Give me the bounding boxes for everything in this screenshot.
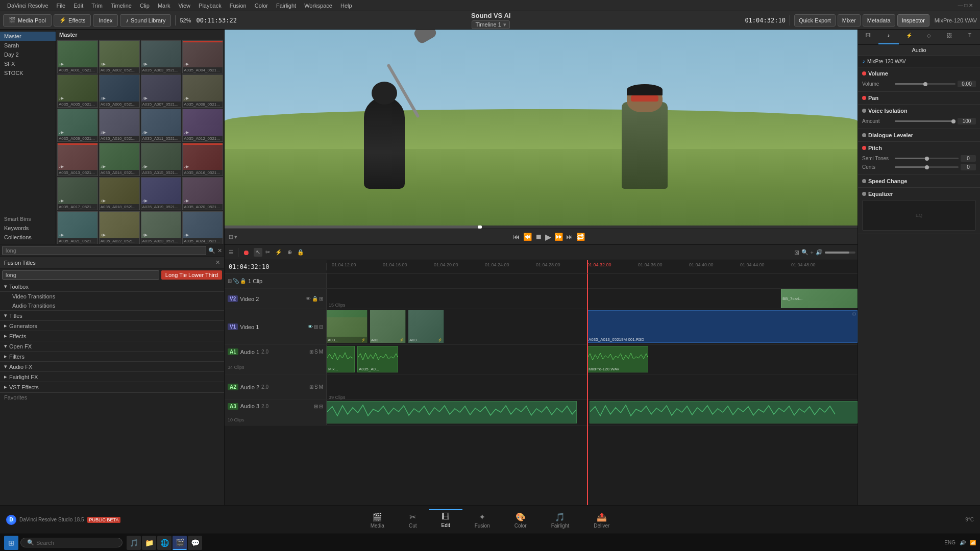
- app-menu-resolve[interactable]: DaVinci Resolve: [3, 3, 53, 9]
- view-icon[interactable]: ⊞: [229, 234, 233, 240]
- skip-end-btn[interactable]: ⏭: [566, 233, 573, 241]
- vstfx-header[interactable]: ▸ VST Effects: [0, 382, 224, 392]
- a2-solo-icon[interactable]: M: [319, 384, 323, 390]
- keywords-bin[interactable]: Keywords: [0, 223, 56, 233]
- v1-lock-icon[interactable]: ⊞: [314, 324, 318, 330]
- a3-content[interactable]: [327, 400, 857, 425]
- app-menu-view[interactable]: View: [174, 3, 194, 9]
- timeline-ruler[interactable]: 01:04:12:00 01:04:16:00 01:04:20:00 01:0…: [327, 260, 857, 273]
- app-menu-mark[interactable]: Mark: [154, 3, 174, 9]
- video-transitions-item[interactable]: Video Transitions: [0, 292, 224, 301]
- effects-header[interactable]: ▸ Effects: [0, 331, 224, 341]
- openfx-header[interactable]: ▾ Open FX: [0, 341, 224, 352]
- taskbar-app-4[interactable]: 🎬: [173, 536, 187, 550]
- audiofx-header[interactable]: ▾ Audio FX: [0, 362, 224, 372]
- play-back-btn[interactable]: ⏪: [523, 233, 532, 241]
- stop-btn[interactable]: ⏹: [535, 233, 542, 241]
- media-clip[interactable]: ♪▶ A035_A016_0521...: [182, 143, 223, 176]
- play-btn[interactable]: ▶: [545, 232, 551, 242]
- app-menu-fusion[interactable]: Fusion: [226, 3, 251, 9]
- app-menu-workspace[interactable]: Workspace: [300, 3, 336, 9]
- audio-tab[interactable]: ♪: [878, 30, 899, 44]
- speed-change-header[interactable]: Speed Change: [862, 178, 976, 184]
- quick-export-btn[interactable]: Quick Export: [794, 14, 836, 27]
- dialogue-leveler-header[interactable]: Dialogue Leveler: [862, 132, 976, 138]
- media-clip[interactable]: ♪▶ A035_A006_0521...: [99, 74, 140, 108]
- app-menu-clip[interactable]: Clip: [136, 3, 154, 9]
- video-tab[interactable]: 🎞: [858, 30, 878, 44]
- master-bin[interactable]: Master: [0, 32, 56, 41]
- v1-content[interactable]: A03... ⚡ A03... ⚡ A03... ⚡: [327, 309, 857, 344]
- a2-content[interactable]: [327, 374, 857, 399]
- media-clip[interactable]: ♪▶ A035_A020_0521...: [182, 177, 223, 210]
- media-clip[interactable]: ♪▶ A035_A011_0521...: [141, 109, 182, 142]
- retime-tool-icon[interactable]: 🔒: [295, 248, 306, 257]
- search-input[interactable]: [2, 246, 206, 255]
- trim-tool-icon[interactable]: ✂: [263, 248, 272, 257]
- collections-bin[interactable]: Collections: [0, 233, 56, 242]
- effects-btn[interactable]: ⚡ Effects: [54, 14, 91, 27]
- mixer-btn[interactable]: Mixer: [838, 14, 861, 27]
- amount-slider[interactable]: [895, 120, 955, 122]
- slip-tool-icon[interactable]: ⊕: [285, 248, 294, 257]
- a3-mute-icon[interactable]: ⊟: [319, 404, 323, 409]
- sarah-bin[interactable]: Sarah: [0, 41, 56, 50]
- v2-content[interactable]: 15 Clips BB_7ca4...: [327, 289, 857, 309]
- sound-library-btn[interactable]: ♪ Sound Library: [120, 14, 171, 27]
- v2-lock-icon[interactable]: 🔒: [312, 296, 318, 302]
- semitones-slider[interactable]: [895, 158, 959, 159]
- volume-header[interactable]: Volume: [862, 70, 976, 77]
- a1-content[interactable]: Mix... A035_A0...: [327, 345, 857, 374]
- fusion-close-icon[interactable]: ✕: [215, 259, 220, 266]
- a3-eye-icon[interactable]: ⊞: [314, 404, 318, 409]
- stock-bin[interactable]: STOCK: [0, 68, 56, 78]
- a1-solo-icon[interactable]: M: [319, 349, 323, 355]
- media-clip[interactable]: ♪▶ A035_A018_0521...: [99, 177, 140, 210]
- pan-header[interactable]: Pan: [862, 95, 976, 101]
- app-menu-help[interactable]: Help: [336, 3, 356, 9]
- media-clip[interactable]: ♪▶ A035_A013_0521...: [57, 143, 98, 176]
- search-clear-icon[interactable]: ✕: [217, 247, 222, 254]
- nav-deliver[interactable]: 📤 Deliver: [581, 509, 622, 531]
- media-clip[interactable]: ♪▶ A035_A015_0521...: [141, 143, 182, 176]
- zoom-fit-icon[interactable]: ⊠: [794, 249, 799, 256]
- day2-bin[interactable]: Day 2: [0, 50, 56, 59]
- v1-more-icon[interactable]: ⊟: [319, 324, 323, 330]
- app-menu-file[interactable]: File: [53, 3, 70, 9]
- media-clip[interactable]: ♪▶ A035_A001_0521...: [57, 40, 98, 73]
- media-clip[interactable]: ♪▶ A035_A008_0521...: [182, 74, 223, 108]
- select-tool-icon[interactable]: ↖: [254, 248, 262, 257]
- media-clip[interactable]: ♪▶ A035_A014_0521...: [99, 143, 140, 176]
- media-pool-btn[interactable]: 🎬 Media Pool: [3, 14, 52, 27]
- timeline-menu-icon[interactable]: ☰: [227, 249, 236, 256]
- a2-eye-icon[interactable]: ⊞: [309, 384, 313, 390]
- inspector-btn[interactable]: Inspector: [897, 14, 929, 27]
- play-forward-btn[interactable]: ⏩: [554, 233, 563, 241]
- nav-fusion[interactable]: ✦ Fusion: [462, 509, 502, 531]
- effects-tab[interactable]: ⚡: [899, 30, 919, 44]
- sfx-bin[interactable]: SFX: [0, 59, 56, 68]
- zoom-in-icon[interactable]: +: [811, 249, 814, 256]
- nav-media[interactable]: 🎬 Media: [358, 509, 397, 531]
- loop-btn[interactable]: 🔁: [576, 233, 585, 241]
- media-clip[interactable]: ♪▶ A035_A005_0521...: [57, 74, 98, 108]
- titles-header[interactable]: ▾ Titles: [0, 310, 224, 321]
- app-menu-trim[interactable]: Trim: [87, 3, 107, 9]
- v2-more-icon[interactable]: ⊞: [319, 296, 323, 302]
- transition-tab[interactable]: ◇: [919, 30, 939, 44]
- skip-start-btn[interactable]: ⏮: [513, 233, 520, 241]
- media-clip[interactable]: ♪▶ A035_A009_0521...: [57, 109, 98, 142]
- fusion-search-result[interactable]: Long Tie Lower Third: [161, 270, 222, 280]
- text-tab[interactable]: T: [960, 30, 980, 44]
- index-btn[interactable]: Index: [93, 14, 118, 27]
- blade-tool-icon[interactable]: ⚡: [273, 248, 284, 257]
- a1-mute-icon[interactable]: S: [314, 349, 318, 355]
- a2-mute-icon[interactable]: S: [314, 384, 318, 390]
- audio-transitions-item[interactable]: Audio Transitions: [0, 301, 224, 310]
- fairlightfx-header[interactable]: ▸ Fairlight FX: [0, 372, 224, 382]
- volume-slider[interactable]: [895, 83, 955, 85]
- taskbar-app-3[interactable]: 🌐: [157, 536, 172, 550]
- toolbox-header[interactable]: ▾ Toolbox: [0, 282, 224, 292]
- a1-eye-icon[interactable]: ⊞: [309, 349, 313, 355]
- media-clip[interactable]: ♪▶ A035_A007_0521...: [141, 74, 182, 108]
